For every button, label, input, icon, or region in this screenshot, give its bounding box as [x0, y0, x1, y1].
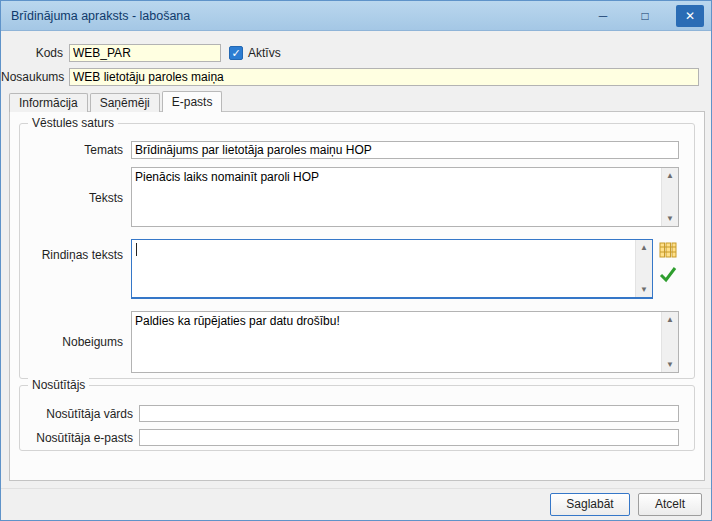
scroll-down-icon[interactable]: ▼ [662, 357, 678, 372]
sender-name-input[interactable] [139, 405, 679, 422]
green-check-icon [659, 265, 677, 283]
tab-bar: Informācija Saņēmēji E-pasts [9, 91, 224, 112]
sender-group-title: Nosūtītājs [28, 378, 89, 392]
teksts-textarea[interactable]: Pienācis laiks nomainīt paroli HOP ▲ ▼ [131, 167, 679, 227]
sender-email-input[interactable] [139, 429, 679, 446]
temats-label: Temats [19, 143, 123, 157]
tab-epasts[interactable]: E-pasts [162, 91, 223, 112]
scroll-down-icon[interactable]: ▼ [662, 211, 678, 226]
cancel-button[interactable]: Atcelt [638, 493, 702, 516]
rindinas-label: Rindiņas teksts [19, 248, 123, 262]
nobeigums-scrollbar[interactable]: ▲ ▼ [661, 312, 678, 372]
aktivs-checkbox[interactable]: ✓ [229, 46, 243, 60]
kods-input[interactable] [69, 44, 221, 62]
check-icon: ✓ [231, 47, 240, 59]
tab-sanemeji[interactable]: Saņēmēji [90, 93, 160, 112]
minimize-icon[interactable]: ─ [589, 5, 617, 27]
rindinas-textarea[interactable]: ▲ ▼ [131, 239, 653, 299]
save-button[interactable]: Saglabāt [550, 493, 630, 516]
teksts-scrollbar[interactable]: ▲ ▼ [661, 168, 678, 226]
nosaukums-input[interactable] [69, 68, 699, 86]
insert-field-icon [659, 241, 677, 259]
sender-name-label: Nosūtītāja vārds [19, 407, 133, 421]
tab-informacija[interactable]: Informācija [9, 93, 88, 112]
nobeigums-text: Paldies ka rūpējaties par datu drošību! [135, 314, 658, 370]
insert-field-button[interactable] [657, 239, 679, 261]
scroll-down-icon[interactable]: ▼ [636, 282, 652, 297]
message-group-title: Vēstules saturs [28, 116, 118, 130]
scroll-up-icon[interactable]: ▲ [662, 312, 678, 327]
nobeigums-textarea[interactable]: Paldies ka rūpējaties par datu drošību! … [131, 311, 679, 373]
maximize-icon[interactable]: □ [631, 5, 659, 27]
dialog-window: Brīdinājuma apraksts - labošana ─ □ ✕ Ko… [0, 0, 712, 521]
scroll-up-icon[interactable]: ▲ [662, 168, 678, 183]
text-caret [136, 243, 137, 256]
sender-email-label: Nosūtītāja e-pasts [19, 431, 133, 445]
confirm-button[interactable] [657, 263, 679, 285]
scroll-up-icon[interactable]: ▲ [636, 240, 652, 255]
rindinas-text [135, 242, 632, 295]
temats-input[interactable] [131, 141, 679, 159]
teksts-text: Pienācis laiks nomainīt paroli HOP [135, 170, 658, 224]
close-icon[interactable]: ✕ [676, 5, 704, 27]
teksts-label: Teksts [19, 191, 123, 205]
window-title: Brīdinājuma apraksts - labošana [11, 1, 190, 31]
rindinas-scrollbar[interactable]: ▲ ▼ [635, 240, 652, 297]
title-bar: Brīdinājuma apraksts - labošana ─ □ ✕ [1, 1, 711, 31]
nosaukums-label: Nosaukums [1, 70, 63, 84]
nobeigums-label: Nobeigums [19, 335, 123, 349]
kods-label: Kods [9, 46, 63, 60]
aktivs-label: Aktīvs [248, 46, 281, 60]
